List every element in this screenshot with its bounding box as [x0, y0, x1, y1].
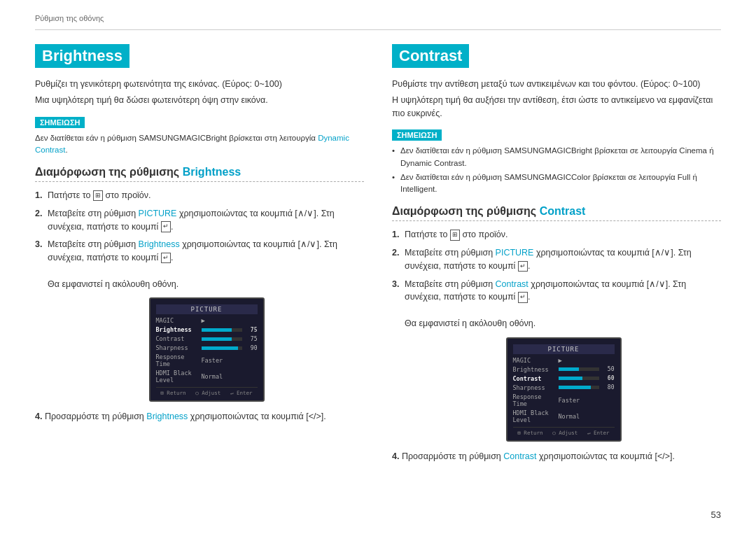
contrast-hdmi-row: HDMI Black Level Normal — [513, 409, 615, 423]
magic-badge: SAMSUNG — [139, 134, 179, 142]
contrast-step1: 1. Πατήστε το ⊞ στο προϊόν. — [392, 228, 721, 241]
monitor-response-row: Response Time Faster — [156, 353, 258, 367]
enter-icon: ↵ — [161, 221, 171, 232]
magic-color-label: MAGICColor — [545, 173, 590, 181]
picture-label2: PICTURE — [496, 248, 534, 258]
monitor-hdmi-row: HDMI Black Level Normal — [156, 370, 258, 384]
contrast-sharpness-row: Sharpness 80 — [513, 384, 615, 391]
contrast-note-list: Δεν διατίθεται εάν η ρύθμιση SAMSUNGMAGI… — [392, 145, 721, 195]
contrast-sub-highlight: Contrast — [540, 205, 586, 217]
monitor-title: PICTURE — [156, 304, 258, 314]
menu-icon2: ⊞ — [450, 230, 460, 241]
contrast-label: Contrast — [496, 279, 528, 289]
brightness-step4-label: Brightness — [146, 412, 188, 421]
contrast-step4: 4. Προσαρμόστε τη ρύθμιση Contrast χρησι… — [392, 450, 721, 463]
monitor-magic-row: MAGIC ▶ — [156, 317, 258, 324]
contrast-sub-prefix: Διαμόρφωση της ρύθμισης — [392, 205, 540, 217]
brightness-step4: 4. Προσαρμόστε τη ρύθμιση Brightness χρη… — [35, 410, 364, 423]
contrast-brightness-row: Brightness 50 — [513, 366, 615, 373]
magic-bright-label: MAGICBright — [179, 134, 227, 142]
two-column-layout: Brightness Ρυθμίζει τη γενικότερη φωτειν… — [35, 44, 721, 463]
enter-icon3: ↵ — [518, 261, 528, 272]
contrast-monitor: PICTURE MAGIC ▶ Brightness 50 Contrast 6… — [506, 337, 622, 442]
brightness-title: Brightness — [35, 44, 130, 68]
page-wrapper: Ρύθμιση της οθόνης Brightness Ρυθμίζει τ… — [0, 0, 756, 491]
contrast-sub-heading: Διαμόρφωση της ρύθμισης Contrast — [392, 205, 721, 221]
monitor-brightness-row: Brightness 75 — [156, 326, 258, 333]
contrast-step4-label: Contrast — [503, 451, 536, 461]
contrast-note-label: ΣΗΜΕΙΩΣΗ — [392, 129, 442, 141]
brightness-step3: 3. Μεταβείτε στη ρύθμιση Brightness χρησ… — [35, 238, 364, 290]
contrast-step3: 3. Μεταβείτε στη ρύθμιση Contrast χρησιμ… — [392, 278, 721, 330]
contrast-response-row: Response Time Faster — [513, 393, 615, 407]
contrast-note-item1: Δεν διατίθεται εάν η ρύθμιση SAMSUNGMAGI… — [392, 145, 721, 169]
contrast-step2: 2. Μεταβείτε στη ρύθμιση PICTURE χρησιμο… — [392, 246, 721, 273]
picture-label: PICTURE — [139, 209, 177, 218]
magic-badge2: SAMSUNG — [504, 146, 545, 155]
enter-icon2: ↵ — [161, 253, 171, 264]
contrast-steps: 1. Πατήστε το ⊞ στο προϊόν. 2. Μεταβείτε… — [392, 228, 721, 330]
contrast-section: Contrast Ρυθμίστε την αντίθεση μεταξύ τω… — [392, 44, 721, 463]
full-link: Full — [678, 173, 691, 181]
brightness-sub-heading: Διαμόρφωση της ρύθμισης Brightness — [35, 166, 364, 182]
brightness-note-label: ΣΗΜΕΙΩΣΗ — [35, 117, 85, 128]
brightness-label: Brightness — [139, 239, 180, 249]
brightness-sub-highlight: Brightness — [183, 166, 241, 178]
contrast-desc2: Η υψηλότερη τιμή θα αυξήσει την αντίθεση… — [392, 94, 721, 120]
contrast-note-item2: Δεν διατίθεται εάν η ρύθμιση SAMSUNGMAGI… — [392, 171, 721, 196]
page-number: 53 — [711, 510, 721, 520]
monitor-contrast-row: Contrast 75 — [156, 335, 258, 342]
brightness-step1: 1. Πατήστε το ⊞ στο προϊόν. — [35, 189, 364, 202]
magic-badge3: SAMSUNG — [504, 173, 545, 181]
brightness-section: Brightness Ρυθμίζει τη γενικότερη φωτειν… — [35, 44, 364, 463]
brightness-monitor-wrapper: PICTURE MAGIC ▶ Brightness 75 Contrast 7… — [49, 297, 364, 402]
enter-icon4: ↵ — [518, 292, 528, 303]
contrast-monitor-wrapper: PICTURE MAGIC ▶ Brightness 50 Contrast 6… — [406, 337, 721, 442]
brightness-desc2: Μια υψηλότερη τιμή θα δώσει φωτεινότερη … — [35, 94, 364, 107]
brightness-note-text: Δεν διατίθεται εάν η ρύθμιση SAMSUNGMAGI… — [35, 132, 364, 157]
contrast-monitor-title: PICTURE — [513, 344, 615, 354]
monitor-sharpness-row: Sharpness 90 — [156, 344, 258, 351]
brightness-sub-prefix: Διαμόρφωση της ρύθμισης — [35, 166, 183, 178]
intelligent-link: Intelligent — [400, 185, 435, 193]
brightness-steps: 1. Πατήστε το ⊞ στο προϊόν. 2. Μεταβείτε… — [35, 189, 364, 290]
brightness-step2: 2. Μεταβείτε στη ρύθμιση PICTURE χρησιμο… — [35, 207, 364, 234]
cinema-link: Cinema — [679, 146, 707, 155]
contrast-magic-row: MAGIC ▶ — [513, 357, 615, 364]
brightness-monitor: PICTURE MAGIC ▶ Brightness 75 Contrast 7… — [149, 297, 265, 402]
breadcrumb: Ρύθμιση της οθόνης — [35, 14, 721, 30]
menu-icon: ⊞ — [93, 190, 103, 202]
contrast-desc1: Ρυθμίστε την αντίθεση μεταξύ των αντικει… — [392, 78, 721, 91]
monitor-footer: ⊞ Return ○ Adjust ↵ Enter — [156, 387, 258, 396]
magic-bright-label2: MAGICBright — [545, 146, 592, 155]
brightness-desc1: Ρυθμίζει τη γενικότερη φωτεινότητα της ε… — [35, 78, 364, 91]
dynamic-contrast-link2: Dynamic Contrast — [400, 159, 464, 167]
contrast-title: Contrast — [392, 44, 469, 68]
contrast-contrast-row: Contrast 60 — [513, 375, 615, 382]
contrast-monitor-footer: ⊞ Return ○ Adjust ↵ Enter — [513, 427, 615, 436]
